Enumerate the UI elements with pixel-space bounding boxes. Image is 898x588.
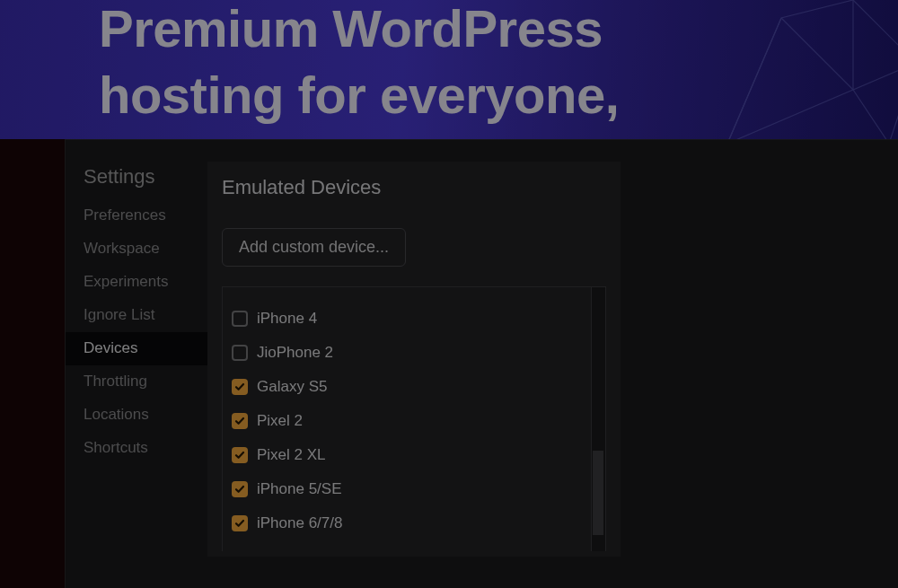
device-label: Pixel 2 XL bbox=[257, 446, 326, 464]
card-title: Emulated Devices bbox=[222, 176, 606, 199]
device-row[interactable]: Galaxy S5 bbox=[232, 370, 596, 404]
sidebar-item-devices[interactable]: Devices bbox=[66, 332, 207, 365]
checkbox-checked-icon[interactable] bbox=[232, 515, 248, 531]
sidebar-item-label: Ignore List bbox=[84, 306, 154, 323]
hero-title: Premium WordPress hosting for everyone, bbox=[99, 0, 619, 128]
device-row[interactable]: Pixel 2 XL bbox=[232, 438, 596, 472]
device-row[interactable]: iPhone 6/7/8 bbox=[232, 506, 596, 540]
scrollbar-thumb[interactable] bbox=[593, 451, 603, 535]
hero-banner: Premium WordPress hosting for everyone, bbox=[0, 0, 898, 139]
sidebar-item-locations[interactable]: Locations bbox=[66, 399, 207, 432]
devtools-settings-panel: Settings PreferencesWorkspaceExperiments… bbox=[65, 139, 898, 588]
vertical-scrollbar[interactable] bbox=[591, 287, 605, 551]
checkbox-unchecked-icon[interactable] bbox=[232, 345, 248, 361]
device-row[interactable]: JioPhone 2 bbox=[232, 336, 596, 370]
sidebar-item-label: Throttling bbox=[84, 373, 147, 390]
sidebar-item-shortcuts[interactable]: Shortcuts bbox=[66, 432, 207, 465]
sidebar-item-preferences[interactable]: Preferences bbox=[66, 199, 207, 233]
hero-title-line1: Premium WordPress bbox=[99, 0, 603, 57]
device-row[interactable]: Pixel 2 bbox=[232, 404, 596, 438]
settings-sidebar: Settings PreferencesWorkspaceExperiments… bbox=[66, 140, 207, 588]
sidebar-item-throttling[interactable]: Throttling bbox=[66, 365, 207, 399]
device-list-container: iPhone 4JioPhone 2Galaxy S5Pixel 2Pixel … bbox=[222, 286, 606, 551]
sidebar-item-label: Shortcuts bbox=[84, 439, 148, 456]
checkbox-checked-icon[interactable] bbox=[232, 481, 248, 497]
device-label: iPhone 5/SE bbox=[257, 480, 342, 498]
settings-heading: Settings bbox=[66, 165, 207, 199]
device-label: Pixel 2 bbox=[257, 412, 303, 430]
device-row[interactable]: iPhone 5/SE bbox=[232, 472, 596, 506]
checkbox-checked-icon[interactable] bbox=[232, 379, 248, 395]
hero-title-line2: hosting for everyone, bbox=[99, 66, 619, 124]
device-list: iPhone 4JioPhone 2Galaxy S5Pixel 2Pixel … bbox=[223, 287, 605, 548]
sidebar-item-label: Preferences bbox=[84, 206, 166, 224]
sidebar-item-label: Devices bbox=[84, 339, 137, 356]
sidebar-item-label: Experiments bbox=[84, 273, 168, 290]
device-label: iPhone 4 bbox=[257, 310, 317, 328]
emulated-devices-card: Emulated Devices Add custom device... iP… bbox=[207, 162, 621, 557]
device-label: Galaxy S5 bbox=[257, 378, 327, 396]
settings-content: Emulated Devices Add custom device... iP… bbox=[207, 140, 898, 588]
sidebar-item-label: Locations bbox=[84, 406, 149, 423]
device-row[interactable]: iPhone 4 bbox=[232, 302, 596, 336]
add-custom-device-button[interactable]: Add custom device... bbox=[222, 228, 406, 267]
checkbox-checked-icon[interactable] bbox=[232, 447, 248, 463]
sidebar-item-experiments[interactable]: Experiments bbox=[66, 266, 207, 299]
checkbox-checked-icon[interactable] bbox=[232, 413, 248, 429]
sidebar-item-workspace[interactable]: Workspace bbox=[66, 233, 207, 266]
sidebar-item-ignore-list[interactable]: Ignore List bbox=[66, 299, 207, 332]
checkbox-unchecked-icon[interactable] bbox=[232, 311, 248, 327]
device-label: iPhone 6/7/8 bbox=[257, 514, 342, 532]
sidebar-item-label: Workspace bbox=[84, 240, 160, 257]
hero-polygon-art bbox=[718, 0, 898, 139]
device-label: JioPhone 2 bbox=[257, 344, 333, 362]
sidebar-items: PreferencesWorkspaceExperimentsIgnore Li… bbox=[66, 199, 207, 465]
